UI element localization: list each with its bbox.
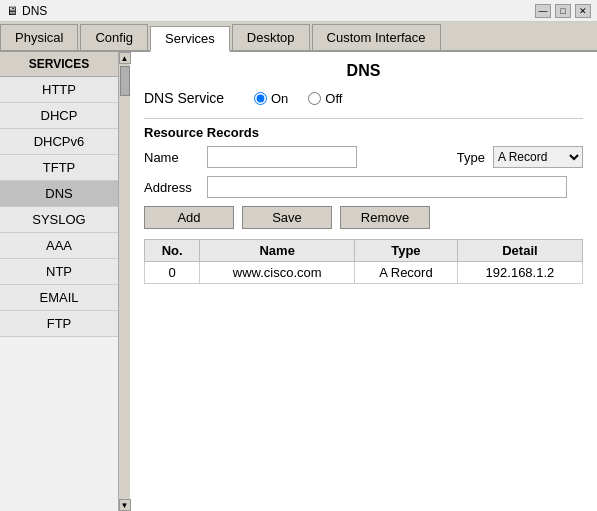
dns-on-option[interactable]: On bbox=[254, 91, 288, 106]
dns-service-radio-group: On Off bbox=[254, 91, 342, 106]
address-input[interactable] bbox=[207, 176, 567, 198]
tab-desktop[interactable]: Desktop bbox=[232, 24, 310, 50]
col-name: Name bbox=[200, 240, 355, 262]
cell-name: www.cisco.com bbox=[200, 262, 355, 284]
cell-type: A Record bbox=[354, 262, 457, 284]
table-header-row: No. Name Type Detail bbox=[145, 240, 583, 262]
sidebar-item-tftp[interactable]: TFTP bbox=[0, 155, 118, 181]
add-button[interactable]: Add bbox=[144, 206, 234, 229]
address-row: Address bbox=[144, 176, 583, 198]
table-row[interactable]: 0 www.cisco.com A Record 192.168.1.2 bbox=[145, 262, 583, 284]
title-bar: 🖥 DNS — □ ✕ bbox=[0, 0, 597, 22]
remove-button[interactable]: Remove bbox=[340, 206, 430, 229]
sidebar-item-ftp[interactable]: FTP bbox=[0, 311, 118, 337]
cell-no: 0 bbox=[145, 262, 200, 284]
dns-off-radio[interactable] bbox=[308, 92, 321, 105]
records-table: No. Name Type Detail 0 www.cisco.com A R… bbox=[144, 239, 583, 284]
window-title: DNS bbox=[22, 4, 47, 18]
tab-bar: Physical Config Services Desktop Custom … bbox=[0, 22, 597, 52]
sidebar-item-email[interactable]: EMAIL bbox=[0, 285, 118, 311]
scrollbar-down[interactable]: ▼ bbox=[119, 499, 131, 511]
content-area: DNS DNS Service On Off Resource Records … bbox=[130, 52, 597, 511]
tab-config[interactable]: Config bbox=[80, 24, 148, 50]
sidebar-items: SERVICES HTTP DHCP DHCPv6 TFTP DNS SYSLO… bbox=[0, 52, 118, 511]
scrollbar-up[interactable]: ▲ bbox=[119, 52, 131, 64]
dns-off-label: Off bbox=[325, 91, 342, 106]
table-head: No. Name Type Detail bbox=[145, 240, 583, 262]
dns-service-row: DNS Service On Off bbox=[144, 90, 583, 106]
dns-on-radio[interactable] bbox=[254, 92, 267, 105]
sidebar-title: SERVICES bbox=[0, 52, 118, 77]
col-type: Type bbox=[354, 240, 457, 262]
dns-on-label: On bbox=[271, 91, 288, 106]
cell-detail: 192.168.1.2 bbox=[457, 262, 582, 284]
sidebar-item-dhcpv6[interactable]: DHCPv6 bbox=[0, 129, 118, 155]
type-label: Type bbox=[457, 150, 485, 165]
type-select[interactable]: A Record CNAME NS MX AAAA bbox=[493, 146, 583, 168]
sidebar-item-ntp[interactable]: NTP bbox=[0, 259, 118, 285]
close-button[interactable]: ✕ bbox=[575, 4, 591, 18]
dns-off-option[interactable]: Off bbox=[308, 91, 342, 106]
minimize-button[interactable]: — bbox=[535, 4, 551, 18]
save-button[interactable]: Save bbox=[242, 206, 332, 229]
sidebar-scrollbar[interactable]: ▲ ▼ bbox=[118, 52, 130, 511]
title-bar-left: 🖥 DNS bbox=[6, 4, 47, 18]
sidebar-item-aaa[interactable]: AAA bbox=[0, 233, 118, 259]
col-detail: Detail bbox=[457, 240, 582, 262]
name-type-row: Name Type A Record CNAME NS MX AAAA bbox=[144, 146, 583, 168]
app-icon: 🖥 bbox=[6, 4, 18, 18]
tab-physical[interactable]: Physical bbox=[0, 24, 78, 50]
sidebar-item-http[interactable]: HTTP bbox=[0, 77, 118, 103]
name-input[interactable] bbox=[207, 146, 357, 168]
name-label: Name bbox=[144, 150, 199, 165]
tab-services[interactable]: Services bbox=[150, 26, 230, 52]
sidebar-item-dns[interactable]: DNS bbox=[0, 181, 118, 207]
tab-custom-interface[interactable]: Custom Interface bbox=[312, 24, 441, 50]
resource-records-title: Resource Records bbox=[144, 118, 583, 140]
scrollbar-thumb[interactable] bbox=[120, 66, 130, 96]
sidebar-item-syslog[interactable]: SYSLOG bbox=[0, 207, 118, 233]
maximize-button[interactable]: □ bbox=[555, 4, 571, 18]
sidebar: SERVICES HTTP DHCP DHCPv6 TFTP DNS SYSLO… bbox=[0, 52, 130, 511]
table-body: 0 www.cisco.com A Record 192.168.1.2 bbox=[145, 262, 583, 284]
col-no: No. bbox=[145, 240, 200, 262]
sidebar-item-dhcp[interactable]: DHCP bbox=[0, 103, 118, 129]
address-label: Address bbox=[144, 180, 199, 195]
dns-service-label: DNS Service bbox=[144, 90, 244, 106]
main-layout: SERVICES HTTP DHCP DHCPv6 TFTP DNS SYSLO… bbox=[0, 52, 597, 511]
title-bar-controls: — □ ✕ bbox=[535, 4, 591, 18]
page-title: DNS bbox=[144, 62, 583, 80]
button-row: Add Save Remove bbox=[144, 206, 583, 229]
